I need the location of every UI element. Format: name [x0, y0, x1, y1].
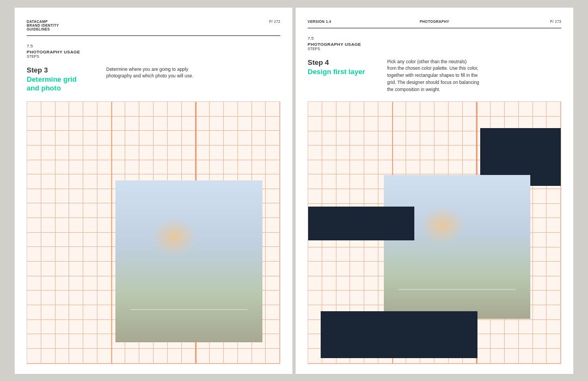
dark-rect-mid [308, 207, 414, 240]
v-line [69, 102, 83, 364]
svg-rect-0 [115, 218, 262, 305]
version-label: VERSION 1.4 [308, 20, 331, 23]
svg-rect-11 [173, 264, 192, 270]
photo-overlay-left: 2.75 [115, 180, 262, 342]
v-line [56, 102, 70, 364]
page-left: DATACAMP BRAND IDENTITYGUIDELINES P/ 272… [15, 8, 292, 374]
dark-rect-bottom [321, 311, 477, 358]
svg-rect-19 [465, 214, 531, 258]
photo-svg-left: 2.75 [115, 180, 262, 342]
svg-rect-1 [115, 272, 262, 305]
svg-rect-18 [384, 258, 530, 291]
v-line [83, 102, 97, 364]
svg-text:2.75: 2.75 [515, 205, 523, 209]
header-brand-right: VERSION 1.4 [308, 20, 331, 23]
svg-rect-27 [414, 252, 436, 259]
svg-point-8 [152, 229, 176, 249]
page-right: VERSION 1.4 PHOTOGRAPHY P/ 273 7.5 PHOTO… [296, 8, 573, 374]
svg-rect-2 [197, 229, 262, 273]
svg-rect-22 [485, 219, 491, 244]
photo-svg-right: 2.75 [384, 175, 530, 319]
svg-rect-9 [148, 259, 181, 286]
brand-subtitle: BRAND IDENTITYGUIDELINES [27, 23, 59, 31]
svg-rect-3 [200, 232, 208, 259]
page-header-right: VERSION 1.4 PHOTOGRAPHY P/ 273 [308, 20, 561, 28]
header-brand-left: DATACAMP BRAND IDENTITYGUIDELINES [27, 20, 59, 31]
page-number-left: P/ 272 [269, 20, 280, 23]
section-number-left: 7.5 [27, 44, 280, 49]
svg-rect-30 [452, 255, 490, 277]
svg-rect-5 [217, 233, 222, 259]
header-center-right: PHOTOGRAPHY [420, 20, 449, 23]
svg-marker-14 [211, 267, 222, 277]
v-line [27, 102, 41, 364]
section-sub-left: STEPS [27, 55, 280, 58]
v-accent-1 [112, 102, 113, 364]
svg-rect-23 [492, 221, 499, 244]
svg-rect-29 [449, 252, 493, 280]
v-line [266, 102, 280, 364]
svg-point-25 [421, 214, 445, 234]
v-line [41, 102, 56, 364]
svg-point-24 [421, 220, 445, 247]
v-line [97, 102, 112, 364]
svg-point-7 [152, 234, 176, 262]
step-title-right: Design first layer [308, 68, 378, 76]
step-left-col: Step 3 Determine gridand photo [27, 66, 97, 93]
svg-rect-6 [223, 235, 230, 259]
svg-rect-10 [145, 267, 167, 273]
pages-container: DATACAMP BRAND IDENTITYGUIDELINES P/ 272… [8, 1, 580, 380]
brand-name: DATACAMP [27, 20, 59, 23]
page-number-right: P/ 273 [550, 20, 561, 23]
step-area-right: Step 4 Design first layer Pick any color… [308, 58, 561, 93]
section-title-right: PHOTOGRAPHY USAGE [308, 42, 561, 47]
step-label-right: Step 4 [308, 58, 378, 66]
svg-text:2.75: 2.75 [247, 220, 254, 224]
svg-rect-12 [181, 267, 224, 294]
photo-sim-left: 2.75 [115, 180, 262, 342]
svg-rect-32 [487, 255, 498, 263]
section-title-left: PHOTOGRAPHY USAGE [27, 50, 280, 55]
svg-rect-20 [468, 217, 476, 244]
svg-rect-26 [416, 244, 449, 271]
svg-rect-4 [209, 234, 216, 259]
svg-rect-15 [219, 269, 230, 277]
step-desc-right: Pick any color (other than the neutrals)… [387, 58, 561, 93]
section-sub-right: STEPS [308, 47, 561, 51]
page-header-left: DATACAMP BRAND IDENTITYGUIDELINES P/ 272 [27, 20, 280, 36]
grid-canvas-right: 2.75 [308, 101, 561, 364]
photo-overlay-right: 2.75 [384, 175, 530, 319]
svg-rect-28 [441, 250, 460, 256]
section-number-right: 7.5 [308, 36, 561, 41]
grid-canvas-left: 2.75 [27, 101, 280, 364]
svg-rect-21 [477, 220, 484, 244]
photo-sim-right: 2.75 [384, 175, 530, 319]
step-label-left: Step 3 [27, 66, 97, 74]
svg-marker-31 [479, 252, 490, 263]
step-title-left: Determine gridand photo [27, 75, 97, 93]
step-right-col: Step 4 Design first layer [308, 58, 378, 76]
svg-rect-13 [183, 269, 222, 291]
step-area-left: Step 3 Determine gridand photo Determine… [27, 66, 280, 93]
step-desc-left: Determine where you are going to applyph… [106, 66, 280, 80]
